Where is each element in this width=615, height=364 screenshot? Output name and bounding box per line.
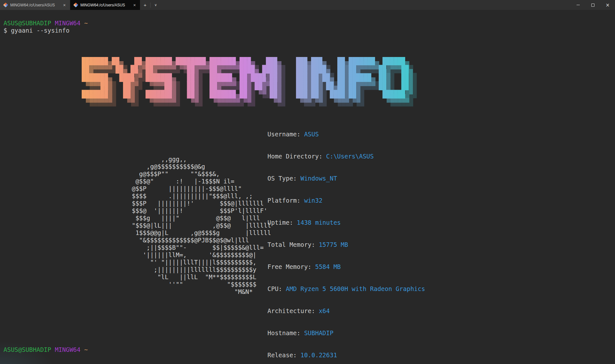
sysinfo-label: Total Memory: (267, 241, 319, 248)
sysinfo-label: Free Memory: (267, 263, 315, 270)
sysinfo-label: Release: (267, 352, 300, 359)
prompt-user-host: ASUS@SUBHADIP (4, 20, 51, 27)
sysinfo-row-total-memory: Total Memory: 15775 MB (267, 241, 425, 248)
sysinfo-label: Username: (267, 131, 304, 138)
terminal-window: { "titlebar": { "tabs": [ { "title": "MI… (0, 0, 615, 364)
sysinfo-row-free-memory: Free Memory: 5584 MB (267, 263, 425, 271)
sysinfo-value: win32 (304, 197, 322, 204)
restore-icon (591, 4, 594, 7)
git-bash-icon (3, 3, 8, 8)
new-tab-button[interactable]: + (140, 0, 150, 10)
tab-close-icon[interactable]: × (61, 2, 68, 9)
sysinfo-label: OS Type: (267, 175, 300, 182)
sysinfo-row-uptime: Uptime: 1438 minutes (267, 219, 425, 226)
sysinfo-value: 1438 minutes (297, 219, 341, 226)
sysinfo-label: Hostname: (267, 329, 304, 336)
sysinfo-row-home-directory: Home Directory: C:\Users\ASUS (267, 153, 425, 160)
logo-ascii-art: ,,ggg,, ,g@$$$$$$$$$$@&g g@$$$P"" ""&$$$… (128, 156, 271, 295)
window-controls: × (571, 0, 615, 10)
tab-close-icon[interactable]: × (131, 2, 138, 9)
tab-mingw64-2[interactable]: MINGW64:/c/Users/ASUS × (70, 0, 140, 10)
git-bash-icon (73, 3, 78, 8)
tab-mingw64-1[interactable]: MINGW64:/c/Users/ASUS × (0, 0, 70, 10)
sysinfo-value: 15775 MB (319, 241, 348, 248)
sysinfo-value: SUBHADIP (304, 329, 333, 336)
sysinfo-row-architecture: Architecture: x64 (267, 307, 425, 315)
prompt-env: MINGW64 (55, 346, 80, 353)
prompt-line-top: ASUS@SUBHADIP MINGW64 ~ (4, 20, 88, 27)
sysinfo-label: CPU: (267, 285, 286, 292)
sysinfo-block: Username: ASUS Home Directory: C:\Users\… (267, 116, 425, 364)
tab-bar: MINGW64:/c/Users/ASUS × MINGW64:/c/Users… (0, 0, 615, 10)
restore-button[interactable] (586, 0, 600, 10)
prompt-path: ~ (84, 346, 88, 353)
sysinfo-value: 5584 MB (315, 263, 341, 270)
sysinfo-value: AMD Ryzen 5 5600H with Radeon Graphics (286, 285, 425, 292)
minimize-icon (577, 5, 580, 5)
sysinfo-value: 10.0.22631 (300, 352, 337, 359)
sysinfo-label: Home Directory: (267, 153, 326, 160)
sysinfo-value: Windows_NT (300, 175, 337, 182)
sysinfo-row-hostname: Hostname: SUBHADIP (267, 329, 425, 337)
prompt-env: MINGW64 (55, 20, 80, 27)
prompt-line-bottom: ASUS@SUBHADIP MINGW64 ~ (4, 346, 88, 353)
sysinfo-row-platform: Platform: win32 (267, 197, 425, 204)
sysinfo-value: C:\Users\ASUS (326, 153, 374, 160)
tab-dropdown-button[interactable]: ∨ (151, 0, 161, 10)
sysinfo-value: ASUS (304, 131, 319, 138)
tab-title: MINGW64:/c/Users/ASUS (10, 3, 58, 7)
sysinfo-value: x64 (319, 307, 330, 314)
tab-title: MINGW64:/c/Users/ASUS (80, 3, 128, 7)
sysinfo-label: Architecture: (267, 307, 319, 314)
sysinfo-row-username: Username: ASUS (267, 131, 425, 138)
sysinfo-label: Platform: (267, 197, 304, 204)
terminal-screen[interactable]: ASUS@SUBHADIP MINGW64 ~ $ gyaani --sysin… (0, 10, 615, 364)
close-button[interactable]: × (600, 0, 615, 10)
sysinfo-row-cpu: CPU: AMD Ryzen 5 5600H with Radeon Graph… (267, 285, 425, 293)
command-line: $ gyaani --sysinfo (4, 27, 70, 34)
banner-ascii-main: ███████ ██ ██ ███████ ████████ ███████ █… (82, 57, 409, 99)
prompt-user-host: ASUS@SUBHADIP (4, 346, 51, 353)
sysinfo-label: Uptime: (267, 219, 297, 226)
sysinfo-row-os-type: OS Type: Windows_NT (267, 175, 425, 182)
prompt-path: ~ (84, 20, 88, 27)
sysinfo-row-release: Release: 10.0.22631 (267, 352, 425, 359)
minimize-button[interactable] (571, 0, 586, 10)
